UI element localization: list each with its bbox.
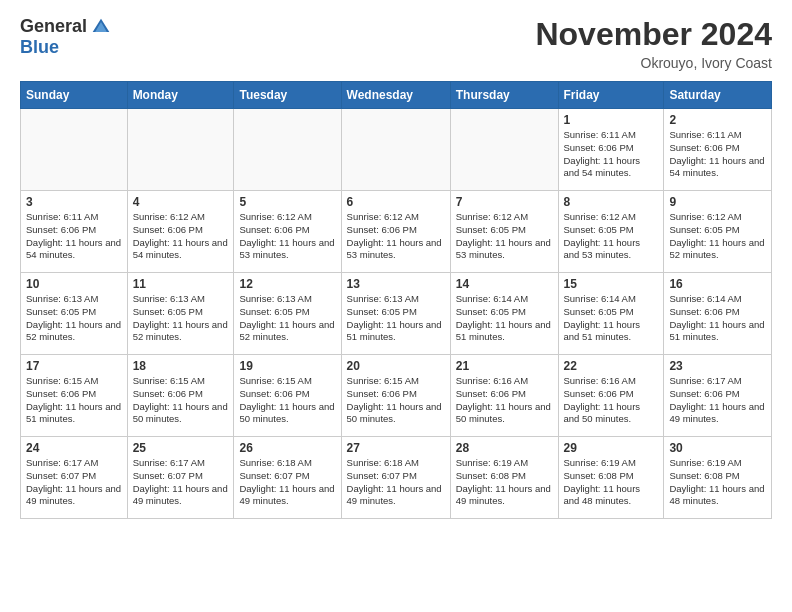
title-block: November 2024 Okrouyo, Ivory Coast <box>535 16 772 71</box>
day-info: Sunrise: 6:14 AM Sunset: 6:06 PM Dayligh… <box>669 293 766 344</box>
weekday-header: Wednesday <box>341 82 450 109</box>
logo-blue: Blue <box>20 37 59 58</box>
day-info: Sunrise: 6:17 AM Sunset: 6:07 PM Dayligh… <box>26 457 122 508</box>
weekday-header: Saturday <box>664 82 772 109</box>
day-number: 24 <box>26 441 122 455</box>
week-row: 10Sunrise: 6:13 AM Sunset: 6:05 PM Dayli… <box>21 273 772 355</box>
logo-general: General <box>20 16 87 37</box>
calendar-cell <box>127 109 234 191</box>
day-info: Sunrise: 6:17 AM Sunset: 6:06 PM Dayligh… <box>669 375 766 426</box>
logo-icon <box>91 17 111 37</box>
calendar-cell: 30Sunrise: 6:19 AM Sunset: 6:08 PM Dayli… <box>664 437 772 519</box>
calendar-cell: 7Sunrise: 6:12 AM Sunset: 6:05 PM Daylig… <box>450 191 558 273</box>
day-info: Sunrise: 6:12 AM Sunset: 6:05 PM Dayligh… <box>456 211 553 262</box>
calendar-cell: 19Sunrise: 6:15 AM Sunset: 6:06 PM Dayli… <box>234 355 341 437</box>
calendar-cell: 27Sunrise: 6:18 AM Sunset: 6:07 PM Dayli… <box>341 437 450 519</box>
day-number: 1 <box>564 113 659 127</box>
day-info: Sunrise: 6:14 AM Sunset: 6:05 PM Dayligh… <box>456 293 553 344</box>
day-number: 11 <box>133 277 229 291</box>
day-info: Sunrise: 6:12 AM Sunset: 6:06 PM Dayligh… <box>133 211 229 262</box>
day-info: Sunrise: 6:13 AM Sunset: 6:05 PM Dayligh… <box>347 293 445 344</box>
calendar-cell: 16Sunrise: 6:14 AM Sunset: 6:06 PM Dayli… <box>664 273 772 355</box>
weekday-header: Monday <box>127 82 234 109</box>
weekday-header: Sunday <box>21 82 128 109</box>
calendar-cell: 5Sunrise: 6:12 AM Sunset: 6:06 PM Daylig… <box>234 191 341 273</box>
day-number: 5 <box>239 195 335 209</box>
calendar-cell: 25Sunrise: 6:17 AM Sunset: 6:07 PM Dayli… <box>127 437 234 519</box>
day-number: 25 <box>133 441 229 455</box>
calendar-cell: 23Sunrise: 6:17 AM Sunset: 6:06 PM Dayli… <box>664 355 772 437</box>
day-number: 12 <box>239 277 335 291</box>
weekday-header: Friday <box>558 82 664 109</box>
day-number: 22 <box>564 359 659 373</box>
calendar-cell: 8Sunrise: 6:12 AM Sunset: 6:05 PM Daylig… <box>558 191 664 273</box>
day-number: 23 <box>669 359 766 373</box>
day-info: Sunrise: 6:15 AM Sunset: 6:06 PM Dayligh… <box>347 375 445 426</box>
weekday-header: Thursday <box>450 82 558 109</box>
calendar-cell: 14Sunrise: 6:14 AM Sunset: 6:05 PM Dayli… <box>450 273 558 355</box>
day-info: Sunrise: 6:14 AM Sunset: 6:05 PM Dayligh… <box>564 293 659 344</box>
day-number: 6 <box>347 195 445 209</box>
calendar-cell <box>450 109 558 191</box>
day-info: Sunrise: 6:15 AM Sunset: 6:06 PM Dayligh… <box>133 375 229 426</box>
day-info: Sunrise: 6:13 AM Sunset: 6:05 PM Dayligh… <box>133 293 229 344</box>
calendar-cell: 11Sunrise: 6:13 AM Sunset: 6:05 PM Dayli… <box>127 273 234 355</box>
day-info: Sunrise: 6:11 AM Sunset: 6:06 PM Dayligh… <box>564 129 659 180</box>
day-info: Sunrise: 6:12 AM Sunset: 6:06 PM Dayligh… <box>347 211 445 262</box>
day-info: Sunrise: 6:17 AM Sunset: 6:07 PM Dayligh… <box>133 457 229 508</box>
week-row: 3Sunrise: 6:11 AM Sunset: 6:06 PM Daylig… <box>21 191 772 273</box>
day-info: Sunrise: 6:12 AM Sunset: 6:05 PM Dayligh… <box>564 211 659 262</box>
day-info: Sunrise: 6:19 AM Sunset: 6:08 PM Dayligh… <box>564 457 659 508</box>
calendar-cell: 18Sunrise: 6:15 AM Sunset: 6:06 PM Dayli… <box>127 355 234 437</box>
day-number: 3 <box>26 195 122 209</box>
day-info: Sunrise: 6:18 AM Sunset: 6:07 PM Dayligh… <box>347 457 445 508</box>
weekday-header: Tuesday <box>234 82 341 109</box>
day-number: 7 <box>456 195 553 209</box>
calendar-cell: 29Sunrise: 6:19 AM Sunset: 6:08 PM Dayli… <box>558 437 664 519</box>
day-number: 27 <box>347 441 445 455</box>
day-info: Sunrise: 6:18 AM Sunset: 6:07 PM Dayligh… <box>239 457 335 508</box>
day-info: Sunrise: 6:16 AM Sunset: 6:06 PM Dayligh… <box>456 375 553 426</box>
day-number: 15 <box>564 277 659 291</box>
day-number: 18 <box>133 359 229 373</box>
calendar-cell: 20Sunrise: 6:15 AM Sunset: 6:06 PM Dayli… <box>341 355 450 437</box>
location: Okrouyo, Ivory Coast <box>535 55 772 71</box>
day-number: 14 <box>456 277 553 291</box>
day-info: Sunrise: 6:12 AM Sunset: 6:06 PM Dayligh… <box>239 211 335 262</box>
calendar-cell: 15Sunrise: 6:14 AM Sunset: 6:05 PM Dayli… <box>558 273 664 355</box>
day-info: Sunrise: 6:12 AM Sunset: 6:05 PM Dayligh… <box>669 211 766 262</box>
day-number: 17 <box>26 359 122 373</box>
day-number: 10 <box>26 277 122 291</box>
day-number: 2 <box>669 113 766 127</box>
day-number: 19 <box>239 359 335 373</box>
day-info: Sunrise: 6:15 AM Sunset: 6:06 PM Dayligh… <box>239 375 335 426</box>
calendar-cell: 24Sunrise: 6:17 AM Sunset: 6:07 PM Dayli… <box>21 437 128 519</box>
calendar-cell: 28Sunrise: 6:19 AM Sunset: 6:08 PM Dayli… <box>450 437 558 519</box>
day-number: 21 <box>456 359 553 373</box>
calendar-cell <box>234 109 341 191</box>
day-number: 20 <box>347 359 445 373</box>
header: General Blue November 2024 Okrouyo, Ivor… <box>20 16 772 71</box>
day-number: 16 <box>669 277 766 291</box>
day-info: Sunrise: 6:11 AM Sunset: 6:06 PM Dayligh… <box>26 211 122 262</box>
logo: General Blue <box>20 16 111 58</box>
day-number: 26 <box>239 441 335 455</box>
day-number: 4 <box>133 195 229 209</box>
calendar: SundayMondayTuesdayWednesdayThursdayFrid… <box>20 81 772 519</box>
calendar-cell: 13Sunrise: 6:13 AM Sunset: 6:05 PM Dayli… <box>341 273 450 355</box>
day-number: 9 <box>669 195 766 209</box>
day-info: Sunrise: 6:15 AM Sunset: 6:06 PM Dayligh… <box>26 375 122 426</box>
calendar-cell <box>21 109 128 191</box>
month-title: November 2024 <box>535 16 772 53</box>
calendar-cell: 10Sunrise: 6:13 AM Sunset: 6:05 PM Dayli… <box>21 273 128 355</box>
calendar-cell: 21Sunrise: 6:16 AM Sunset: 6:06 PM Dayli… <box>450 355 558 437</box>
calendar-cell: 9Sunrise: 6:12 AM Sunset: 6:05 PM Daylig… <box>664 191 772 273</box>
calendar-cell: 22Sunrise: 6:16 AM Sunset: 6:06 PM Dayli… <box>558 355 664 437</box>
day-info: Sunrise: 6:19 AM Sunset: 6:08 PM Dayligh… <box>456 457 553 508</box>
day-info: Sunrise: 6:11 AM Sunset: 6:06 PM Dayligh… <box>669 129 766 180</box>
calendar-cell: 4Sunrise: 6:12 AM Sunset: 6:06 PM Daylig… <box>127 191 234 273</box>
week-row: 17Sunrise: 6:15 AM Sunset: 6:06 PM Dayli… <box>21 355 772 437</box>
page: General Blue November 2024 Okrouyo, Ivor… <box>0 0 792 535</box>
calendar-cell: 26Sunrise: 6:18 AM Sunset: 6:07 PM Dayli… <box>234 437 341 519</box>
day-number: 29 <box>564 441 659 455</box>
